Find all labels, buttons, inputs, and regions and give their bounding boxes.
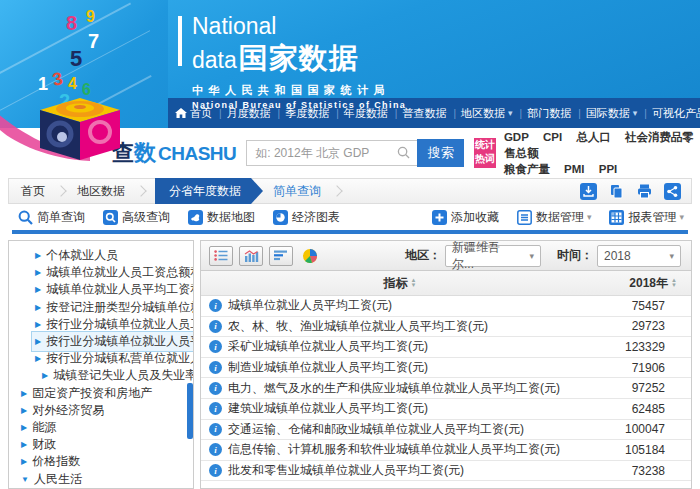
- data-manage-button[interactable]: 数据管理: [517, 209, 592, 226]
- chevron-down-icon: ▾: [661, 251, 674, 261]
- tree-item[interactable]: 对外经济贸易: [9, 402, 193, 419]
- row-value: 73238: [632, 464, 691, 478]
- table-row: i制造业城镇单位就业人员平均工资(元)71906: [201, 358, 691, 379]
- info-icon[interactable]: i: [209, 402, 222, 415]
- svg-text:3: 3: [51, 68, 65, 90]
- table-row: i批发和零售业城镇单位就业人员平均工资(元)73238: [201, 461, 691, 482]
- search-icon: [18, 210, 33, 225]
- breadcrumb-simple-query[interactable]: 简单查询: [273, 183, 321, 200]
- tree-item-expanded[interactable]: 人民生活: [9, 470, 193, 487]
- sidebar-scrollbar[interactable]: [187, 383, 193, 439]
- tree-item[interactable]: 固定资产投资和房地产: [9, 385, 193, 402]
- tree-collapsed-icon: [21, 440, 27, 449]
- region-filter-label: 地区：: [405, 247, 441, 264]
- region-select[interactable]: 新疆维吾尔... ▾: [445, 245, 541, 267]
- row-value: 100047: [625, 422, 691, 436]
- title-en-line1: National: [192, 13, 406, 39]
- tree-collapsed-icon: [21, 423, 27, 432]
- svg-text:5: 5: [70, 46, 82, 71]
- share-icon[interactable]: [664, 183, 681, 200]
- query-toolbar: 简单查询 高级查询 数据地图 经济图表 添加收藏 数据管理 报表管理: [8, 204, 692, 230]
- tree-item-selected[interactable]: 按行业分城镇单位就业人员平均工资: [9, 333, 193, 350]
- tree-collapsed-icon: [21, 457, 27, 466]
- tree-item[interactable]: 按行业分城镇私营单位就业人员平均工资: [9, 350, 193, 367]
- title-divider: [178, 16, 182, 66]
- tree-collapsed-icon: [35, 337, 41, 346]
- info-icon[interactable]: i: [209, 443, 222, 456]
- bar-chart-view-button[interactable]: [239, 246, 263, 266]
- tree-item[interactable]: 城镇单位就业人员工资总额和指数: [9, 264, 193, 281]
- pie-chart-view-button[interactable]: [299, 247, 321, 265]
- table-row: i农、林、牧、渔业城镇单位就业人员平均工资(元)29723: [201, 317, 691, 338]
- hot-word[interactable]: 总人口: [576, 131, 611, 143]
- subtitle-cn: 中华人民共和国国家统计局: [192, 83, 406, 98]
- bar-chart-view-icon: [244, 250, 259, 262]
- nav-item-department[interactable]: 部门数据: [514, 106, 573, 121]
- nav-item-visualization[interactable]: 可视化产品: [638, 106, 700, 121]
- hot-words: GDP CPI 总人口 社会消费品零售总额 粮食产量 PMI PPI: [504, 129, 700, 177]
- table-view-icon: [214, 250, 228, 261]
- advanced-query-tab[interactable]: 高级查询: [103, 209, 170, 226]
- tree-item[interactable]: 财政: [9, 436, 193, 453]
- tree-item[interactable]: 个体就业人员: [9, 247, 193, 264]
- info-icon[interactable]: i: [209, 464, 222, 477]
- search-button[interactable]: 搜索: [417, 139, 464, 167]
- horizontal-bar-view-icon: [274, 250, 288, 261]
- hot-word[interactable]: CPI: [543, 131, 562, 143]
- cube-logo: 8 9 7 5 1 3 4 6 2: [2, 2, 166, 160]
- advanced-search-icon: [103, 210, 118, 225]
- download-icon[interactable]: [580, 183, 597, 200]
- time-filter-label: 时间：: [557, 247, 593, 264]
- hot-word[interactable]: GDP: [504, 131, 529, 143]
- breadcrumb-active[interactable]: 分省年度数据: [155, 178, 251, 204]
- search-input[interactable]: [246, 140, 417, 166]
- info-icon[interactable]: i: [209, 382, 222, 395]
- hot-word[interactable]: 粮食产量: [504, 163, 550, 175]
- info-icon[interactable]: i: [209, 423, 222, 436]
- info-icon[interactable]: i: [209, 299, 222, 312]
- title-en-line2: data: [192, 47, 237, 74]
- tree-collapsed-icon: [42, 371, 48, 380]
- econ-chart-tab[interactable]: 经济图表: [273, 209, 340, 226]
- row-value: 123329: [625, 340, 691, 354]
- nav-item-international[interactable]: 国际数据: [572, 106, 638, 121]
- sort-icon[interactable]: ▲▼: [411, 278, 417, 288]
- report-manage-icon: [609, 210, 624, 225]
- info-icon[interactable]: i: [209, 320, 222, 333]
- info-icon[interactable]: i: [209, 340, 222, 353]
- info-icon[interactable]: i: [209, 361, 222, 374]
- horizontal-bar-view-button[interactable]: [269, 246, 293, 266]
- table-row: i建筑业城镇单位就业人员平均工资(元)62485: [201, 399, 691, 420]
- title-cn: 国家数据: [239, 39, 359, 79]
- hot-word[interactable]: PPI: [599, 163, 618, 175]
- row-value: 105184: [625, 443, 691, 457]
- data-manage-icon: [517, 210, 532, 225]
- breadcrumb-region[interactable]: 地区数据: [77, 183, 125, 200]
- svg-text:1: 1: [38, 74, 48, 94]
- tree-item[interactable]: 城镇单位就业人员平均工资和指数: [9, 281, 193, 298]
- tree-item[interactable]: 按登记注册类型分城镇单位就业人员平均工资: [9, 299, 193, 316]
- time-select[interactable]: 2018 ▾: [597, 245, 681, 267]
- table-row: i电力、燃气及水的生产和供应业城镇单位就业人员平均工资(元)97252: [201, 378, 691, 399]
- simple-query-tab[interactable]: 简单查询: [18, 209, 85, 226]
- tree-item[interactable]: 城镇登记失业人员及失业率: [9, 367, 193, 384]
- nav-item-regional[interactable]: 地区数据: [447, 106, 513, 121]
- tree-item[interactable]: 价格指数: [9, 453, 193, 470]
- tree-collapsed-icon: [35, 251, 41, 260]
- tree-collapsed-icon: [35, 303, 41, 312]
- svg-text:7: 7: [88, 30, 99, 52]
- report-manage-button[interactable]: 报表管理: [609, 209, 684, 226]
- map-icon: [188, 210, 203, 225]
- print-icon[interactable]: [636, 183, 653, 200]
- copy-icon[interactable]: [608, 183, 625, 200]
- tree-item[interactable]: 能源: [9, 419, 193, 436]
- add-favorite-button[interactable]: 添加收藏: [432, 209, 499, 226]
- breadcrumb-separator-icon: [55, 185, 66, 196]
- view-filter-strip: 地区： 新疆维吾尔... ▾ 时间： 2018 ▾: [201, 241, 691, 271]
- table-view-button[interactable]: [209, 246, 233, 266]
- breadcrumb-home[interactable]: 首页: [21, 183, 45, 200]
- hot-word[interactable]: PMI: [564, 163, 584, 175]
- site-title: National data 国家数据 中华人民共和国国家统计局 National…: [178, 13, 406, 110]
- sort-icon[interactable]: ▲▼: [671, 278, 677, 288]
- data-map-tab[interactable]: 数据地图: [188, 209, 255, 226]
